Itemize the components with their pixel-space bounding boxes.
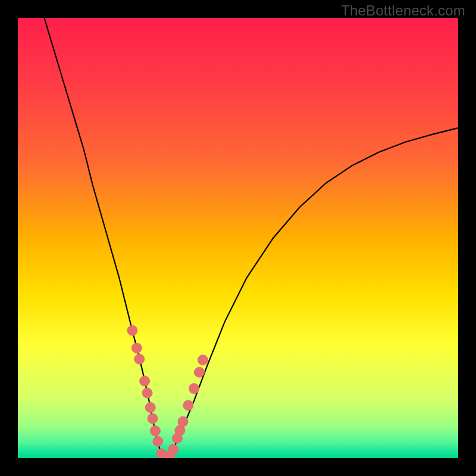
- marker-point: [134, 354, 145, 364]
- plot-area: [18, 18, 458, 458]
- marker-point: [140, 376, 150, 386]
- gradient-backdrop: [18, 18, 458, 458]
- marker-point: [178, 416, 188, 427]
- marker-point: [198, 355, 208, 365]
- marker-point: [150, 426, 160, 436]
- marker-point: [194, 367, 204, 377]
- marker-point: [148, 414, 158, 424]
- marker-point: [189, 384, 199, 394]
- outer-frame: TheBottleneck.com: [0, 0, 476, 476]
- marker-point: [131, 343, 142, 353]
- marker-point: [127, 325, 137, 336]
- watermark-text: TheBottleneck.com: [341, 2, 465, 19]
- marker-point: [142, 388, 152, 398]
- marker-point: [168, 444, 178, 455]
- marker-point: [153, 436, 163, 446]
- chart-svg: [18, 18, 458, 458]
- marker-point: [145, 402, 155, 412]
- marker-point: [183, 400, 193, 411]
